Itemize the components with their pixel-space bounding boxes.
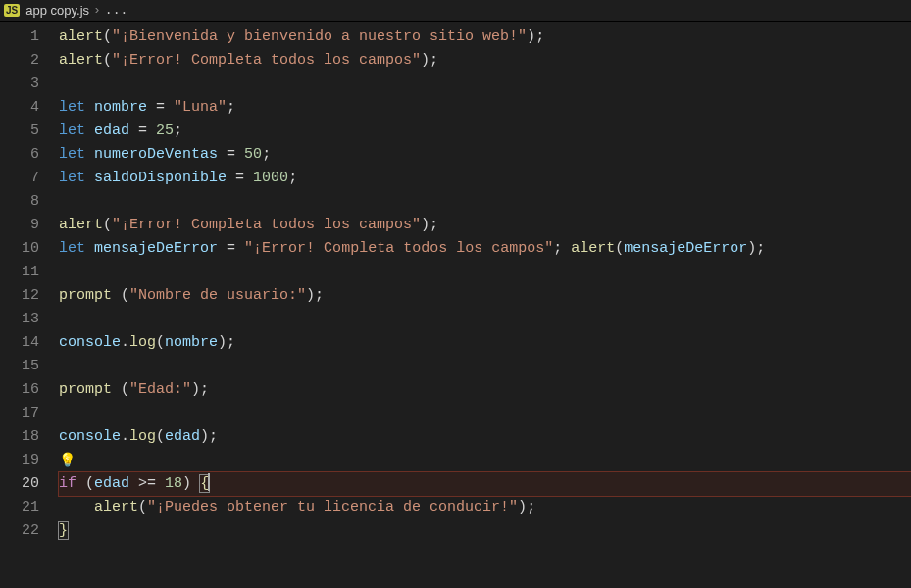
code-token: ; [553,240,571,257]
code-token: "Luna" [174,99,227,116]
code-token: "¡Bienvenida y bienvenido a nuestro siti… [112,28,527,45]
code-token [85,99,94,116]
code-line[interactable]: alert("¡Bienvenida y bienvenido a nuestr… [59,25,911,49]
code-token: "Nombre de usuario:" [129,287,306,304]
code-token: >= [138,475,156,492]
code-token: ; [209,428,218,445]
code-token: ) [182,475,200,492]
line-number: 11 [0,261,39,284]
code-token [85,240,94,257]
code-line[interactable] [59,73,911,96]
line-number: 7 [0,167,39,190]
line-number: 14 [0,331,39,355]
code-token: ; [174,122,182,139]
line-number: 3 [0,73,39,96]
code-token [129,122,138,139]
code-token: = [156,99,165,116]
code-token: = [235,170,244,186]
code-token: mensajeDeError [94,240,218,257]
code-line[interactable]: let saldoDisponible = 1000; [59,167,911,190]
code-token: ( [615,240,624,257]
code-token: ) [421,52,430,69]
code-token: edad [94,475,129,492]
code-token: ) [306,287,315,304]
code-token: ; [227,334,235,351]
code-line[interactable] [59,261,911,284]
code-token [244,170,253,186]
code-token: ; [756,240,765,257]
code-token: console [59,334,121,351]
text-cursor [208,473,210,491]
line-number: 16 [0,378,39,402]
code-token: ) [518,499,527,515]
code-line[interactable]: } [59,519,911,543]
code-line[interactable]: let nombre = "Luna"; [59,96,911,120]
code-token: let [59,146,85,163]
code-token: 25 [156,122,174,139]
code-line[interactable]: 💡 [59,449,911,472]
line-number: 9 [0,214,39,237]
code-line[interactable]: let numeroDeVentas = 50; [59,143,911,167]
code-line[interactable]: alert("¡Puedes obtener tu licencia de co… [59,496,911,519]
code-token: ; [430,217,438,233]
code-line[interactable] [59,190,911,214]
code-token: alert [94,499,138,515]
code-token [129,475,138,492]
code-token: ( [156,428,165,445]
code-line[interactable] [59,402,911,425]
code-token: ( [103,52,112,69]
line-number: 5 [0,120,39,143]
code-token: ( [138,499,147,515]
code-line[interactable]: alert("¡Error! Completa todos los campos… [59,49,911,73]
tab-filename[interactable]: app copy.js [25,3,89,18]
code-line[interactable]: if (edad >= 18) { [59,472,911,496]
line-number: 21 [0,496,39,519]
line-number: 13 [0,308,39,331]
code-line[interactable] [59,308,911,331]
code-token: numeroDeVentas [94,146,218,163]
code-token [85,122,94,139]
code-line[interactable]: console.log(nombre); [59,331,911,355]
code-token: let [59,122,85,139]
code-editor[interactable]: 12345678910111213141516171819202122 aler… [0,22,911,588]
code-token: . [121,428,129,445]
line-number: 6 [0,143,39,167]
code-token: prompt [59,381,112,398]
code-token: alert [59,217,103,233]
code-token: let [59,99,85,116]
code-token: saldoDisponible [94,170,227,186]
code-token: nombre [94,99,147,116]
code-token: ) [421,217,430,233]
line-number: 4 [0,96,39,120]
code-line[interactable]: prompt ("Nombre de usuario:"); [59,284,911,308]
code-token: . [121,334,129,351]
code-token: ( [103,217,112,233]
code-line[interactable]: let mensajeDeError = "¡Error! Completa t… [59,237,911,261]
code-token [218,240,227,257]
lightbulb-icon[interactable]: 💡 [59,449,76,472]
code-token: ; [315,287,324,304]
line-number: 15 [0,355,39,378]
code-token: ( [76,475,94,492]
code-token: let [59,170,85,186]
code-token: nombre [165,334,218,351]
code-area[interactable]: alert("¡Bienvenida y bienvenido a nuestr… [59,25,911,588]
breadcrumb-separator-icon: › [93,3,101,18]
code-token [235,146,244,163]
code-token: alert [59,28,103,45]
breadcrumb-ellipsis[interactable]: ... [105,3,127,18]
code-token: ) [747,240,756,257]
code-token: ; [535,28,544,45]
code-line[interactable]: alert("¡Error! Completa todos los campos… [59,214,911,237]
line-number: 12 [0,284,39,308]
code-token [218,146,227,163]
line-number: 2 [0,49,39,73]
code-line[interactable] [59,355,911,378]
code-line[interactable]: console.log(edad); [59,425,911,449]
code-token: alert [59,52,103,69]
code-line[interactable]: let edad = 25; [59,120,911,143]
code-token: ; [200,381,209,398]
code-token: console [59,428,121,445]
code-token: edad [94,122,129,139]
code-line[interactable]: prompt ("Edad:"); [59,378,911,402]
